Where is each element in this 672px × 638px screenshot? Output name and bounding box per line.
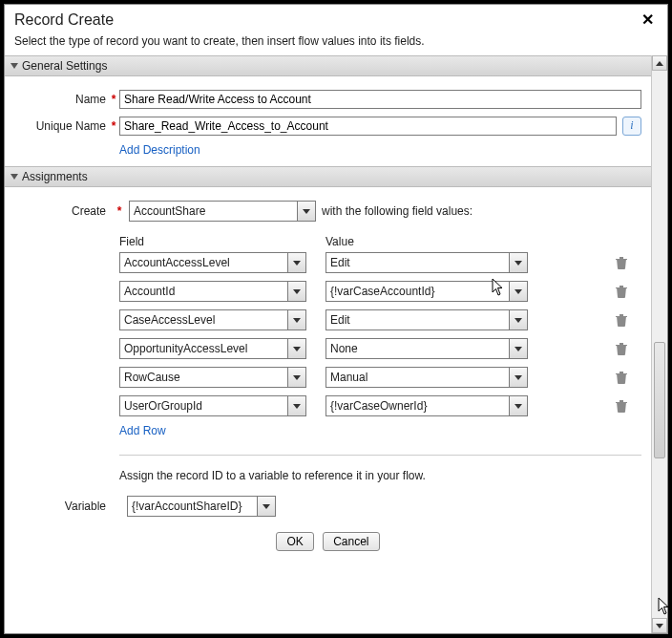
chevron-down-icon[interactable] <box>287 310 305 330</box>
record-create-dialog: Record Create ✕ Select the type of recor… <box>4 4 668 634</box>
value-combo[interactable]: None <box>326 338 528 359</box>
dialog-subtitle: Select the type of record you want to cr… <box>5 31 667 55</box>
section-general-header[interactable]: General Settings <box>5 55 651 76</box>
trash-icon[interactable] <box>615 370 628 385</box>
variable-label: Variable <box>14 500 110 513</box>
create-label: Create <box>14 204 110 218</box>
trash-icon[interactable] <box>615 284 628 299</box>
value-combo[interactable]: Edit <box>326 309 528 330</box>
scroll-up-icon[interactable] <box>652 55 667 71</box>
create-object-value: AccountShare <box>130 202 297 221</box>
chevron-down-icon[interactable] <box>509 253 527 272</box>
unique-name-input[interactable] <box>119 117 617 136</box>
button-bar: OK Cancel <box>5 526 651 559</box>
disclosure-triangle-icon <box>10 63 18 69</box>
assignment-row: AccountAccessLevelEdit <box>119 252 641 273</box>
dialog-body: General Settings Name * Unique Name * i … <box>5 55 651 633</box>
trash-icon[interactable] <box>615 255 628 270</box>
add-description-link[interactable]: Add Description <box>119 143 200 157</box>
trash-icon[interactable] <box>615 312 628 328</box>
required-marker: * <box>116 204 123 218</box>
required-marker: * <box>110 93 117 106</box>
chevron-down-icon[interactable] <box>287 253 305 272</box>
value-value: {!varCaseOwnerId} <box>326 396 509 415</box>
value-combo[interactable]: Manual <box>326 367 528 388</box>
chevron-down-icon[interactable] <box>509 368 527 387</box>
name-input[interactable] <box>119 90 641 109</box>
value-value: Edit <box>326 253 509 272</box>
value-combo[interactable]: Edit <box>326 252 528 273</box>
name-label: Name <box>14 93 110 106</box>
value-value: {!varCaseAccountId} <box>326 282 509 301</box>
assignment-row: CaseAccessLevelEdit <box>119 309 641 330</box>
assignment-row: AccountId{!varCaseAccountId} <box>119 281 641 302</box>
ok-button[interactable]: OK <box>276 532 313 551</box>
chevron-down-icon[interactable] <box>287 396 305 415</box>
close-icon[interactable]: ✕ <box>638 11 658 29</box>
field-combo[interactable]: OpportunityAccessLevel <box>119 338 306 359</box>
field-value: OpportunityAccessLevel <box>120 339 287 358</box>
field-value: RowCause <box>120 368 287 387</box>
info-icon[interactable]: i <box>622 117 641 136</box>
chevron-down-icon[interactable] <box>257 497 275 516</box>
field-value: UserOrGroupId <box>120 396 287 415</box>
dialog-title: Record Create <box>14 11 638 29</box>
chevron-down-icon[interactable] <box>287 339 305 358</box>
create-suffix-text: with the following field values: <box>322 204 472 218</box>
value-value: None <box>326 339 509 358</box>
chevron-down-icon[interactable] <box>509 339 527 358</box>
scroll-thumb[interactable] <box>654 342 665 458</box>
separator <box>119 455 641 456</box>
scroll-down-icon[interactable] <box>652 618 667 633</box>
value-value: Manual <box>326 368 509 387</box>
add-row-link[interactable]: Add Row <box>119 424 166 437</box>
value-combo[interactable]: {!varCaseOwnerId} <box>326 395 528 416</box>
assignment-row: RowCauseManual <box>119 367 641 388</box>
field-combo[interactable]: AccountAccessLevel <box>119 252 306 273</box>
chevron-down-icon[interactable] <box>509 396 527 415</box>
value-combo[interactable]: {!varCaseAccountId} <box>326 281 528 302</box>
variable-value: {!varAccountShareID} <box>128 497 257 516</box>
vertical-scrollbar[interactable] <box>651 55 667 633</box>
section-general-title: General Settings <box>22 59 107 73</box>
dialog-header: Record Create ✕ <box>5 5 667 31</box>
chevron-down-icon[interactable] <box>287 282 305 301</box>
chevron-down-icon[interactable] <box>509 282 527 301</box>
disclosure-triangle-icon <box>10 174 18 180</box>
trash-icon[interactable] <box>615 341 628 356</box>
field-value: CaseAccessLevel <box>120 310 287 330</box>
assign-id-hint: Assign the record ID to a variable to re… <box>119 469 641 482</box>
field-combo[interactable]: CaseAccessLevel <box>119 309 306 330</box>
section-assignments-title: Assignments <box>22 170 88 183</box>
section-assignments-header[interactable]: Assignments <box>5 166 651 187</box>
chevron-down-icon[interactable] <box>509 310 527 330</box>
section-general-body: Name * Unique Name * i Add Description <box>5 76 651 166</box>
assignment-row: UserOrGroupId{!varCaseOwnerId} <box>119 395 641 416</box>
field-combo[interactable]: UserOrGroupId <box>119 395 306 416</box>
value-column-header: Value <box>326 235 528 248</box>
assignment-row: OpportunityAccessLevelNone <box>119 338 641 359</box>
variable-combo[interactable]: {!varAccountShareID} <box>127 496 276 517</box>
chevron-down-icon[interactable] <box>297 202 315 221</box>
unique-name-label: Unique Name <box>14 119 110 133</box>
create-object-combo[interactable]: AccountShare <box>129 201 316 222</box>
cancel-button[interactable]: Cancel <box>323 532 379 551</box>
field-combo[interactable]: AccountId <box>119 281 306 302</box>
required-marker: * <box>110 119 117 133</box>
trash-icon[interactable] <box>615 398 628 414</box>
field-combo[interactable]: RowCause <box>119 367 306 388</box>
section-assignments-body: Create * AccountShare with the following… <box>5 187 651 526</box>
field-value: AccountAccessLevel <box>120 253 287 272</box>
chevron-down-icon[interactable] <box>287 368 305 387</box>
field-value: AccountId <box>120 282 287 301</box>
field-column-header: Field <box>119 235 306 248</box>
value-value: Edit <box>326 310 509 330</box>
